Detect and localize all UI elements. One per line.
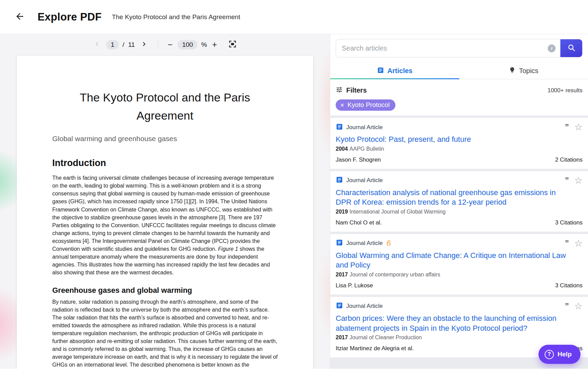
article-journal: Journal of Cleaner Production: [350, 334, 422, 340]
filters-button[interactable]: Filters: [346, 86, 367, 94]
search-bar: i: [336, 39, 583, 57]
search-input[interactable]: [336, 39, 548, 57]
article-journal: AAPG Bulletin: [350, 146, 384, 152]
help-button-label: Help: [558, 351, 572, 358]
article-authors: Nam Chol O et al.: [336, 219, 382, 226]
bookmark-star-icon[interactable]: ☆: [574, 302, 583, 311]
app-header: Explore PDF The Kyoto Protocol and the P…: [0, 0, 588, 34]
info-icon[interactable]: i: [548, 44, 556, 52]
help-button[interactable]: ? Help: [538, 345, 580, 364]
results-tabs: Articles Topics: [330, 63, 588, 79]
page-number-input[interactable]: 1: [106, 40, 119, 50]
page-separator: /: [123, 41, 124, 49]
zoom-out-button[interactable]: −: [166, 39, 174, 50]
filters-block: Filters 1000+ results ✕ Kyoto Protocol: [330, 79, 588, 115]
next-page-button[interactable]: [139, 39, 150, 51]
introduction-paragraph: The earth is facing universal climate ch…: [52, 174, 278, 276]
zoom-level-value: 100: [178, 40, 197, 50]
fit-screen-icon: [228, 40, 237, 50]
zoom-percent-label: %: [201, 41, 207, 49]
article-meta: 2004AAPG Bulletin: [336, 146, 583, 152]
chevron-left-icon: [93, 40, 101, 49]
bookmark-star-icon[interactable]: ☆: [574, 239, 583, 248]
figure-reference: Figure 1: [218, 246, 238, 252]
intro-text-1: The earth is facing universal climate ch…: [52, 175, 276, 251]
filter-chip-label: Kyoto Protocol: [348, 101, 390, 109]
close-icon[interactable]: ✕: [340, 102, 345, 108]
article-year: 2004: [336, 146, 348, 152]
article-journal: International Journal of Global Warming: [350, 209, 446, 215]
article-authors: Lisa P. Lukose: [336, 282, 373, 289]
article-meta: 2017Journal of contemporary urban affair…: [336, 272, 583, 278]
search-button[interactable]: [560, 39, 582, 57]
article-journal: Journal of contemporary urban affairs: [350, 272, 440, 277]
article-title-link[interactable]: Global Warming and Climate Change: A Cri…: [336, 251, 571, 270]
header-document-title: The Kyoto Protocol and the Paris Agreeme…: [112, 13, 240, 21]
article-type-label: Journal Article: [346, 177, 383, 184]
articles-icon: [377, 67, 384, 76]
fit-to-screen-button[interactable]: [227, 38, 238, 51]
section-heading-introduction: Introduction: [52, 158, 278, 168]
article-authors: Jason F. Shogren: [336, 156, 381, 163]
bookmark-star-icon[interactable]: ☆: [574, 123, 583, 132]
article-title-link[interactable]: Kyoto Protocol: Past, present, and futur…: [336, 135, 571, 145]
back-button[interactable]: [12, 10, 27, 25]
journal-article-icon: [336, 176, 343, 185]
article-meta: 2017Journal of Cleaner Production: [336, 334, 583, 341]
journal-article-icon: [336, 302, 343, 311]
article-year: 2019: [336, 209, 348, 215]
article-results-list: Journal Article ❞ ☆ Kyoto Protocol: Past…: [330, 115, 588, 369]
previous-page-button[interactable]: [92, 39, 102, 51]
article-meta: 2019International Journal of Global Warm…: [336, 209, 583, 215]
toolbar-divider: [158, 40, 158, 50]
article-type-label: Journal Article: [346, 303, 383, 310]
arrow-left-icon: [15, 11, 25, 23]
article-card: Journal Article ❞ ☆ Kyoto Protocol: Past…: [330, 118, 588, 169]
page-total: 11: [128, 41, 135, 49]
article-year: 2017: [336, 334, 348, 340]
bookmark-star-icon[interactable]: ☆: [574, 176, 583, 185]
document-subtitle: Global warming and greenhouse gases: [52, 135, 278, 143]
question-icon: ?: [545, 350, 554, 359]
app-title: Explore PDF: [38, 11, 102, 23]
article-card: Journal Article ❞ ☆ Characterisation ana…: [330, 171, 588, 232]
pdf-toolbar: 1 / 11 − 100 % +: [92, 38, 238, 51]
cite-quote-icon[interactable]: ❞: [565, 123, 569, 131]
article-citations[interactable]: 3 Citations: [555, 219, 583, 226]
zoom-in-button[interactable]: +: [211, 39, 219, 50]
article-card: Journal Article ❞ ☆ Global Warming and C…: [330, 234, 588, 295]
filters-row: Filters 1000+ results: [336, 86, 583, 95]
article-type-label: Journal Article: [346, 240, 383, 247]
chevron-right-icon: [140, 40, 148, 49]
open-access-icon: [386, 240, 392, 246]
article-citations[interactable]: 3 Citations: [555, 282, 583, 289]
filter-chip-kyoto-protocol[interactable]: ✕ Kyoto Protocol: [336, 99, 395, 111]
cite-quote-icon[interactable]: ❞: [565, 240, 569, 247]
article-type-label: Journal Article: [346, 124, 383, 131]
pdf-viewer-area: 1 / 11 − 100 % +: [0, 34, 330, 369]
tab-articles[interactable]: Articles: [330, 63, 459, 79]
tab-topics[interactable]: Topics: [459, 63, 588, 79]
section-heading-greenhouse: Greenhouse gases and global warming: [52, 286, 278, 295]
article-title-link[interactable]: Characterisation analysis of national gr…: [336, 188, 571, 207]
lightbulb-icon: [509, 67, 516, 75]
article-citations[interactable]: 2 Citations: [555, 156, 583, 163]
tab-articles-label: Articles: [388, 67, 412, 75]
filters-icon: [336, 86, 343, 95]
tab-topics-label: Topics: [519, 67, 538, 75]
article-authors: Itziar Martinez de Alegria et al.: [336, 345, 414, 352]
results-count: 1000+ results: [547, 87, 583, 94]
journal-article-icon: [336, 123, 343, 132]
article-title-link[interactable]: Carbon prices: Were they an obstacle to …: [336, 314, 571, 333]
search-results-panel: i Articles Topics: [330, 34, 588, 369]
pdf-page: The Kyoto Protocol and the Paris Agreeme…: [17, 56, 313, 369]
cite-quote-icon[interactable]: ❞: [565, 177, 569, 184]
main-content: 1 / 11 − 100 % +: [0, 34, 588, 369]
journal-article-icon: [336, 239, 343, 248]
article-year: 2017: [336, 272, 348, 277]
cite-quote-icon[interactable]: ❞: [565, 302, 569, 310]
search-icon: [567, 43, 576, 53]
greenhouse-paragraph: By nature, solar radiation is passing th…: [52, 298, 278, 369]
document-title: The Kyoto Protocol and the Paris Agreeme…: [52, 88, 278, 124]
